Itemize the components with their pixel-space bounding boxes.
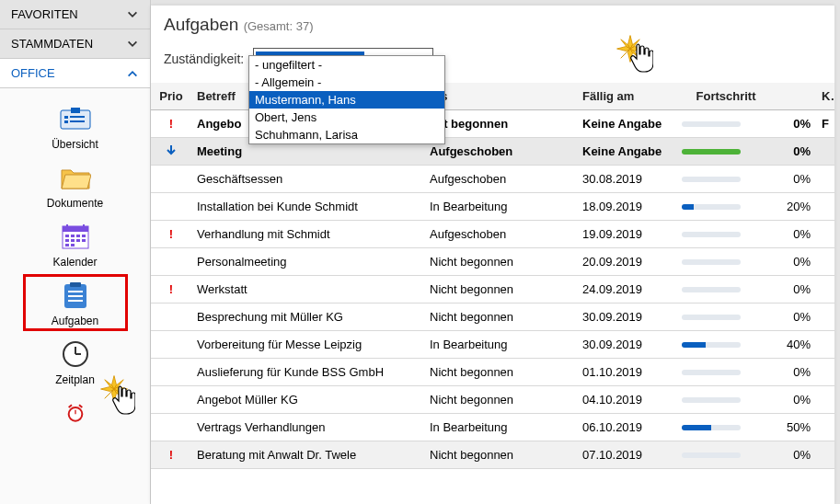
cell-progress [676, 419, 776, 436]
sidebar-item-dokumente[interactable]: Dokumente [25, 156, 126, 213]
chevron-down-icon [126, 38, 139, 51]
svg-rect-5 [70, 120, 85, 122]
nav-favoriten-label: FAVORITEN [11, 7, 78, 21]
cell-ext [816, 367, 834, 378]
table-row[interactable]: Angebot Müller KGNicht begonnen04.10.201… [151, 386, 834, 414]
cell-due: 06.10.2019 [577, 415, 676, 440]
cell-ext [816, 201, 834, 212]
sidebar-item-aufgaben[interactable]: Aufgaben [23, 274, 128, 331]
cell-ext [816, 229, 834, 240]
dropdown-option[interactable]: Schuhmann, Larisa [249, 126, 444, 143]
cell-due: 01.10.2019 [577, 360, 676, 384]
cell-prio [151, 395, 191, 406]
cell-due: 07.10.2019 [577, 442, 676, 467]
nav-office[interactable]: OFFICE [0, 59, 150, 88]
table-row[interactable]: !Beratung mit Anwalt Dr. TweleNicht bego… [151, 441, 834, 469]
table-row[interactable]: Besprechung mit Müller KGNicht begonnen3… [151, 304, 834, 331]
table-row[interactable]: !WerkstattNicht begonnen24.09.20190% [151, 276, 834, 304]
cell-status: Nicht begonnen [424, 387, 577, 412]
cell-status: In Bearbeitung [424, 332, 577, 357]
cell-status: Nicht begonnen [424, 304, 577, 329]
table-row[interactable]: Vorbereitung für Messe LeipzigIn Bearbei… [151, 331, 834, 359]
cell-subject: Vorbereitung für Messe Leipzig [191, 332, 424, 357]
sidebar-item-alarm[interactable] [25, 392, 126, 427]
dropdown-option[interactable]: Obert, Jens [249, 109, 444, 126]
cell-subject: Beratung mit Anwalt Dr. Twele [191, 442, 424, 467]
svg-rect-19 [71, 244, 75, 246]
dropdown-option[interactable]: - Allgemein - [249, 74, 444, 91]
sidebar-item-label: Aufgaben [52, 315, 98, 327]
nav-stammdaten[interactable]: STAMMDATEN [0, 29, 150, 59]
col-status[interactable]: tus [424, 84, 577, 109]
calendar-icon [58, 223, 93, 250]
cell-subject: Personalmeeting [191, 249, 424, 274]
cell-progress [676, 309, 776, 326]
cell-percent: 0% [776, 387, 816, 412]
svg-rect-15 [71, 239, 75, 242]
nav-favoriten[interactable]: FAVORITEN [0, 0, 150, 29]
table-row[interactable]: Vertrags VerhandlungenIn Bearbeitung06.1… [151, 414, 834, 441]
svg-rect-10 [65, 235, 69, 237]
table-row[interactable]: Auslieferung für Kunde BSS GmbHNicht beg… [151, 359, 834, 386]
cell-progress [676, 116, 776, 132]
cell-subject: Geschäftsessen [191, 166, 424, 191]
folder-icon [58, 164, 93, 191]
sidebar-item-zeitplan[interactable]: Zeitplan [25, 333, 126, 390]
svg-rect-2 [64, 116, 68, 119]
cell-subject: Werkstatt [191, 277, 424, 302]
priority-high-icon: ! [169, 227, 173, 241]
svg-rect-24 [68, 300, 83, 302]
dropdown-option[interactable]: - ungefiltert - [249, 56, 444, 74]
responsibility-dropdown[interactable]: - ungefiltert - - Allgemein - Mustermann… [248, 55, 445, 144]
cell-progress [676, 281, 776, 298]
cell-ext [816, 422, 834, 433]
cell-percent: 0% [776, 304, 816, 329]
chevron-down-icon [126, 8, 139, 21]
table-row[interactable]: PersonalmeetingNicht begonnen20.09.20190… [151, 248, 834, 276]
table-row[interactable]: !Verhandlung mit SchmidtAufgeschoben19.0… [151, 221, 834, 248]
nav-stammdaten-label: STAMMDATEN [11, 37, 93, 51]
sidebar-item-uebersicht[interactable]: Übersicht [25, 97, 126, 155]
cell-prio: ! [151, 277, 191, 302]
cell-prio [151, 174, 191, 185]
cell-subject: Verhandlung mit Schmidt [191, 222, 424, 246]
svg-rect-3 [64, 120, 68, 123]
cell-status: cht begonnen [424, 111, 577, 136]
cell-subject: Besprechung mit Müller KG [191, 304, 424, 329]
cell-due: 30.09.2019 [577, 304, 676, 329]
cell-progress [676, 447, 776, 464]
cell-percent: 40% [776, 332, 816, 357]
col-due[interactable]: Fällig am [577, 84, 676, 109]
cell-percent: 0% [776, 442, 816, 467]
cell-prio [151, 422, 191, 433]
sidebar-item-kalender[interactable]: Kalender [25, 215, 126, 272]
page-title: Aufgaben (Gesamt: 37) [151, 6, 834, 40]
cell-ext [816, 257, 834, 268]
col-prio[interactable]: Prio [151, 84, 191, 109]
cell-ext [816, 450, 834, 461]
tasks-table: Prio Betreff tus Fällig am Fortschritt K… [151, 83, 834, 504]
cell-prio [151, 339, 191, 350]
cell-ext: F [816, 111, 834, 136]
priority-high-icon: ! [169, 282, 173, 296]
cell-prio [151, 257, 191, 268]
table-row[interactable]: Installation bei Kunde SchmidtIn Bearbei… [151, 193, 834, 221]
cell-status: Aufgeschoben [424, 139, 577, 164]
priority-high-icon: ! [169, 448, 173, 462]
cell-prio: ! [151, 111, 191, 136]
dropdown-option-selected[interactable]: Mustermann, Hans [249, 91, 444, 109]
cell-progress [676, 337, 776, 353]
cell-progress [676, 226, 776, 243]
col-ext[interactable]: K [816, 84, 834, 109]
table-row[interactable]: GeschäftsessenAufgeschoben30.08.20190% [151, 166, 834, 193]
cell-prio [151, 312, 191, 323]
priority-low-icon [165, 145, 178, 159]
col-progress[interactable]: Fortschritt [676, 84, 776, 109]
cell-prio [151, 201, 191, 212]
svg-rect-16 [76, 239, 80, 242]
svg-rect-1 [71, 108, 80, 113]
cell-progress [676, 254, 776, 270]
cell-progress [676, 392, 776, 408]
cell-status: Nicht begonnen [424, 249, 577, 274]
cell-due: Keine Angabe [577, 139, 676, 164]
